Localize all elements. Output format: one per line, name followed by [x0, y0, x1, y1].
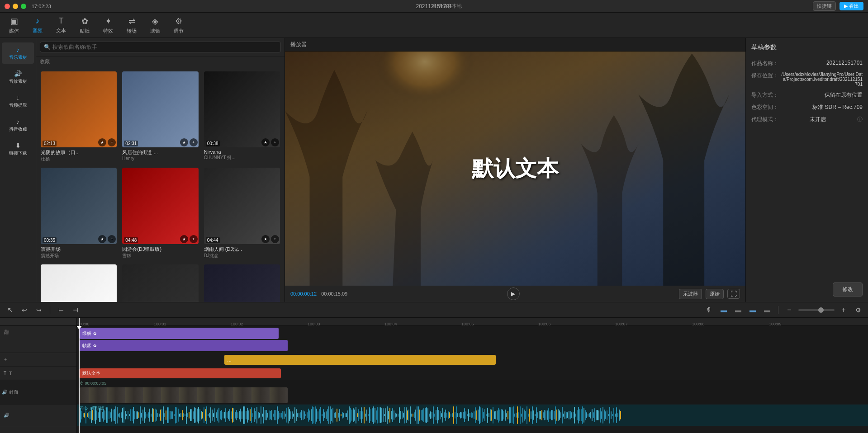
titlebar: 17:02:23 自动保存本地 202112151701 快捷键 ▶ 看出 — [0, 0, 868, 13]
toolbar-media[interactable]: ▣ 媒体 — [9, 16, 19, 34]
clip-orange[interactable]: … — [224, 355, 496, 365]
cover-time-icon: ⏱ — [80, 381, 84, 386]
track-btn-4[interactable]: ▬ — [762, 305, 773, 315]
project-title: 202112151701 — [416, 3, 452, 9]
zoom-plus[interactable]: + — [838, 305, 849, 315]
waveform-bar — [289, 409, 290, 422]
waveform-bar — [434, 414, 435, 416]
playhead[interactable] — [79, 318, 80, 433]
redo-button[interactable]: ↪ — [33, 305, 44, 315]
waveform-bar — [240, 409, 241, 422]
music-item[interactable]: 04:48 ★ + 园游会(DJ弹鼓版) 雪糕 — [119, 165, 201, 261]
music-item[interactable]: 01:37 ★ + 新欢渡旧爱（抖... 风吹流年 — [119, 262, 201, 302]
music-item[interactable]: 04:44 ★ + 烟雨人间 (DJ沈... DJ沈念 — [201, 165, 283, 261]
toolbar-sticker[interactable]: ✿ 贴纸 — [80, 16, 90, 34]
add-button[interactable]: + — [108, 235, 116, 243]
zoom-minus[interactable]: − — [784, 305, 795, 315]
play-button[interactable]: ▶ — [507, 287, 520, 300]
toolbar-transition[interactable]: ⇌ 转场 — [127, 16, 137, 34]
cover-thumbnail[interactable] — [80, 387, 288, 403]
text-icon: T — [59, 16, 64, 26]
track-btn-3[interactable]: ▬ — [747, 305, 758, 315]
sidebar-item-link[interactable]: ⬇ 链接下载 — [2, 138, 34, 160]
effect-icon: ✦ — [105, 16, 112, 26]
toolbar-effect[interactable]: ✦ 特效 — [103, 16, 113, 34]
waveform-bar — [309, 410, 310, 420]
track-btn-2[interactable]: ▬ — [733, 305, 744, 315]
waveform-bar — [110, 412, 111, 418]
add-button[interactable]: + — [190, 138, 198, 146]
waveform-bar — [327, 409, 328, 421]
waveform-bar — [570, 411, 571, 420]
waveform-bar — [122, 408, 123, 422]
music-sidebar-label: 音乐素材 — [9, 55, 27, 60]
delete-tool[interactable]: ⊣ — [70, 305, 81, 315]
add-button[interactable]: + — [108, 138, 116, 146]
maximize-button[interactable] — [21, 4, 26, 9]
waveform-bar — [563, 414, 564, 417]
star-button[interactable]: ★ — [180, 138, 188, 146]
waveform-bar — [318, 411, 318, 419]
clip-text[interactable]: 默认文本 — [80, 368, 281, 378]
modify-button[interactable]: 修改 — [833, 282, 863, 297]
track-btn-1[interactable]: ▬ — [718, 305, 729, 315]
waveform-bar — [305, 414, 306, 417]
waveform-bar — [243, 406, 244, 424]
music-item[interactable]: 02:31 ★ + 风居住的街道-... Henry — [119, 69, 201, 165]
waveform-bar — [96, 410, 97, 420]
toolbar-filter[interactable]: ◈ 滤镜 — [150, 16, 160, 34]
music-item[interactable]: 01:19 ★ + 广寒谣（DJ版... 言无厌 — [38, 262, 119, 302]
publish-button[interactable]: ▶ 看出 — [840, 2, 863, 10]
timeline-ruler: 100:00100:01100:02100:03100:04100:05100:… — [77, 318, 868, 326]
music-item[interactable]: 00:38 ★ + Nirvana CHUNNYT 抖... — [201, 69, 283, 165]
waveform-bar — [381, 408, 382, 423]
music-item[interactable]: 02:13 ★ + 光阴的故事（口... 杜杨 — [38, 69, 119, 165]
settings-button[interactable]: ⚙ — [853, 305, 863, 315]
original-button[interactable]: 原始 — [706, 289, 724, 299]
star-button[interactable]: ★ — [261, 235, 270, 243]
star-button[interactable]: ★ — [98, 138, 106, 146]
mic-button[interactable]: 🎙 — [704, 305, 715, 315]
track-label-text: T T — [0, 367, 76, 380]
waveform-bar — [548, 408, 549, 422]
minimize-button[interactable] — [13, 4, 18, 9]
info-icon[interactable]: ⓘ — [857, 116, 863, 123]
expand-button[interactable]: ⛶ — [727, 289, 740, 299]
waveform-bar — [456, 406, 457, 424]
waveform-bar — [205, 409, 206, 421]
waveform-bar — [528, 414, 529, 416]
star-button[interactable]: ★ — [98, 235, 106, 243]
waveform-bar — [141, 413, 142, 418]
split-tool[interactable]: ⊢ — [56, 305, 66, 315]
star-button[interactable]: ★ — [180, 235, 188, 243]
add-button[interactable]: + — [190, 235, 198, 243]
toolbar-audio[interactable]: ♪ 音频 — [33, 16, 43, 34]
music-item[interactable]: 02:48 ★ + 赤岭（DJ加快... 风吹流年 — [201, 262, 283, 302]
undo-button[interactable]: ↩ — [19, 305, 30, 315]
clip-shuiwu[interactable]: 帧雾 ✿ — [80, 340, 288, 351]
star-button[interactable]: ★ — [261, 138, 270, 146]
clip-lvyan[interactable]: 绿妍 ✿ — [80, 328, 279, 339]
toolbar-adjust[interactable]: ⚙ 调节 — [174, 16, 184, 34]
ruler-mark: 100:04 — [384, 322, 397, 326]
waveform-bar — [351, 409, 352, 420]
waveform-bar — [255, 411, 256, 420]
left-panel: ♪ 音乐素材 🔊 音效素材 ↓ 音频提取 ♪ 抖音收藏 ⬇ 链接下载 — [0, 38, 285, 302]
zoom-slider[interactable] — [798, 309, 835, 311]
add-button[interactable]: + — [271, 235, 279, 243]
music-item[interactable]: 00:35 ★ + 震撼开场 震撼开场 — [38, 165, 119, 261]
toolbar-text[interactable]: T 文本 — [56, 16, 66, 34]
close-button[interactable] — [5, 4, 10, 9]
sidebar-item-music[interactable]: ♪ 音乐素材 — [2, 42, 34, 64]
cursor-tool[interactable]: ↖ — [5, 305, 15, 315]
search-input[interactable] — [52, 44, 277, 50]
shortcut-button[interactable]: 快捷键 — [813, 1, 836, 11]
waveform-bar — [429, 414, 430, 416]
music-artist: CHUNNYT 抖... — [204, 155, 280, 161]
publish-icon: ▶ — [844, 3, 848, 9]
sidebar-item-sfx[interactable]: 🔊 音效素材 — [2, 66, 34, 88]
sidebar-item-tiktok[interactable]: ♪ 抖音收藏 — [2, 114, 34, 136]
add-button[interactable]: + — [271, 138, 279, 146]
sidebar-item-extract[interactable]: ↓ 音频提取 — [2, 90, 34, 112]
oscilloscope-button[interactable]: 示波器 — [679, 289, 702, 299]
